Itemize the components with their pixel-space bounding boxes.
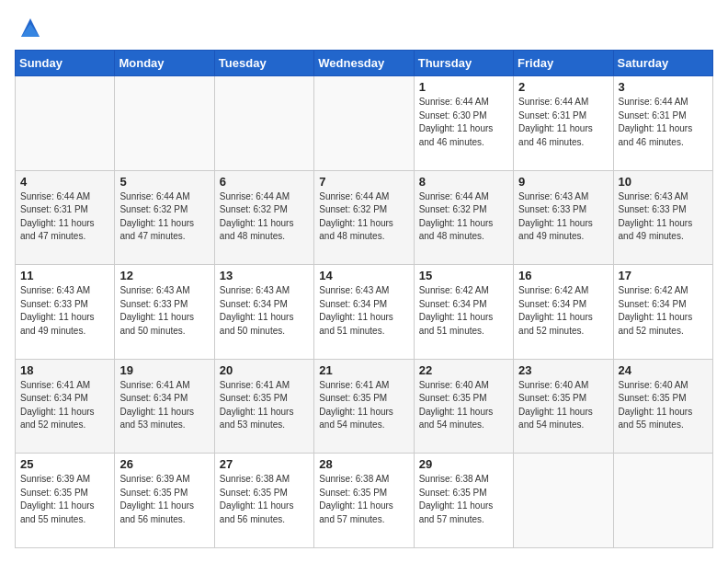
- day-info: Sunrise: 6:44 AMSunset: 6:30 PMDaylight:…: [419, 96, 508, 149]
- day-info: Sunrise: 6:44 AMSunset: 6:32 PMDaylight:…: [220, 190, 309, 244]
- calendar-week-row: 25Sunrise: 6:39 AMSunset: 6:35 PMDayligh…: [16, 454, 713, 548]
- day-info: Sunrise: 6:43 AMSunset: 6:34 PMDaylight:…: [319, 284, 408, 338]
- calendar-week-row: 11Sunrise: 6:43 AMSunset: 6:33 PMDayligh…: [16, 265, 713, 360]
- day-info: Sunrise: 6:44 AMSunset: 6:31 PMDaylight:…: [518, 96, 608, 149]
- calendar-week-row: 18Sunrise: 6:41 AMSunset: 6:34 PMDayligh…: [16, 359, 713, 454]
- calendar-cell: 16Sunrise: 6:42 AMSunset: 6:34 PMDayligh…: [514, 265, 613, 360]
- calendar-cell: [314, 76, 414, 171]
- day-info: Sunrise: 6:39 AMSunset: 6:35 PMDaylight:…: [119, 473, 209, 526]
- day-number: 8: [419, 175, 508, 189]
- day-number: 4: [20, 175, 109, 189]
- calendar-header-row: SundayMondayTuesdayWednesdayThursdayFrid…: [16, 51, 713, 76]
- day-info: Sunrise: 6:40 AMSunset: 6:35 PMDaylight:…: [518, 379, 608, 432]
- logo: [15, 15, 43, 40]
- calendar-cell: 1Sunrise: 6:44 AMSunset: 6:30 PMDaylight…: [414, 76, 513, 171]
- day-number: 13: [220, 269, 309, 282]
- calendar-cell: 6Sunrise: 6:44 AMSunset: 6:32 PMDaylight…: [214, 170, 313, 265]
- calendar-header-sunday: Sunday: [16, 51, 115, 76]
- day-info: Sunrise: 6:40 AMSunset: 6:35 PMDaylight:…: [419, 379, 508, 432]
- day-info: Sunrise: 6:44 AMSunset: 6:31 PMDaylight:…: [20, 190, 109, 244]
- calendar-header-wednesday: Wednesday: [314, 51, 414, 76]
- calendar-cell: 26Sunrise: 6:39 AMSunset: 6:35 PMDayligh…: [115, 454, 214, 548]
- calendar-cell: 22Sunrise: 6:40 AMSunset: 6:35 PMDayligh…: [414, 359, 513, 454]
- calendar-header-monday: Monday: [115, 51, 214, 76]
- day-info: Sunrise: 6:42 AMSunset: 6:34 PMDaylight:…: [419, 284, 508, 338]
- day-number: 15: [419, 269, 508, 282]
- day-info: Sunrise: 6:38 AMSunset: 6:35 PMDaylight:…: [419, 473, 508, 526]
- page-header: [15, 15, 713, 40]
- svg-marker-1: [21, 24, 40, 37]
- calendar-cell: 19Sunrise: 6:41 AMSunset: 6:34 PMDayligh…: [115, 359, 214, 454]
- day-number: 22: [419, 363, 508, 377]
- calendar-cell: [613, 454, 712, 548]
- calendar-cell: 28Sunrise: 6:38 AMSunset: 6:35 PMDayligh…: [314, 454, 414, 548]
- day-info: Sunrise: 6:41 AMSunset: 6:34 PMDaylight:…: [20, 379, 109, 432]
- calendar-cell: 9Sunrise: 6:43 AMSunset: 6:33 PMDaylight…: [514, 170, 613, 265]
- day-number: 29: [419, 457, 508, 471]
- calendar-cell: 14Sunrise: 6:43 AMSunset: 6:34 PMDayligh…: [314, 265, 414, 360]
- calendar-cell: 29Sunrise: 6:38 AMSunset: 6:35 PMDayligh…: [414, 454, 513, 548]
- calendar-cell: 4Sunrise: 6:44 AMSunset: 6:31 PMDaylight…: [16, 170, 115, 265]
- calendar-cell: 10Sunrise: 6:43 AMSunset: 6:33 PMDayligh…: [613, 170, 712, 265]
- calendar-cell: 3Sunrise: 6:44 AMSunset: 6:31 PMDaylight…: [613, 76, 712, 171]
- calendar-cell: [16, 76, 115, 171]
- day-number: 11: [20, 269, 109, 282]
- day-number: 28: [319, 457, 408, 471]
- calendar-header-thursday: Thursday: [414, 51, 513, 76]
- day-number: 9: [518, 175, 608, 189]
- day-number: 14: [319, 269, 408, 282]
- calendar-cell: 18Sunrise: 6:41 AMSunset: 6:34 PMDayligh…: [16, 359, 115, 454]
- day-number: 23: [518, 363, 608, 377]
- day-info: Sunrise: 6:44 AMSunset: 6:31 PMDaylight:…: [619, 96, 708, 149]
- day-number: 5: [119, 175, 209, 189]
- calendar-cell: 8Sunrise: 6:44 AMSunset: 6:32 PMDaylight…: [414, 170, 513, 265]
- calendar-cell: 23Sunrise: 6:40 AMSunset: 6:35 PMDayligh…: [514, 359, 613, 454]
- calendar-cell: 24Sunrise: 6:40 AMSunset: 6:35 PMDayligh…: [613, 359, 712, 454]
- calendar-cell: 20Sunrise: 6:41 AMSunset: 6:35 PMDayligh…: [214, 359, 313, 454]
- day-info: Sunrise: 6:39 AMSunset: 6:35 PMDaylight:…: [20, 473, 109, 526]
- day-info: Sunrise: 6:42 AMSunset: 6:34 PMDaylight:…: [619, 284, 708, 338]
- day-info: Sunrise: 6:43 AMSunset: 6:33 PMDaylight:…: [119, 284, 209, 338]
- calendar-cell: 5Sunrise: 6:44 AMSunset: 6:32 PMDaylight…: [115, 170, 214, 265]
- day-number: 6: [220, 175, 309, 189]
- day-info: Sunrise: 6:38 AMSunset: 6:35 PMDaylight:…: [220, 473, 309, 526]
- calendar-header-saturday: Saturday: [613, 51, 712, 76]
- day-info: Sunrise: 6:41 AMSunset: 6:34 PMDaylight:…: [119, 379, 209, 432]
- calendar-cell: 13Sunrise: 6:43 AMSunset: 6:34 PMDayligh…: [214, 265, 313, 360]
- day-info: Sunrise: 6:44 AMSunset: 6:32 PMDaylight:…: [119, 190, 209, 244]
- day-number: 24: [619, 363, 708, 377]
- calendar-cell: 21Sunrise: 6:41 AMSunset: 6:35 PMDayligh…: [314, 359, 414, 454]
- calendar-cell: 15Sunrise: 6:42 AMSunset: 6:34 PMDayligh…: [414, 265, 513, 360]
- day-number: 12: [119, 269, 209, 282]
- day-number: 10: [619, 175, 708, 189]
- logo-icon: [17, 15, 43, 40]
- day-info: Sunrise: 6:38 AMSunset: 6:35 PMDaylight:…: [319, 473, 408, 526]
- day-number: 7: [319, 175, 408, 189]
- day-info: Sunrise: 6:41 AMSunset: 6:35 PMDaylight:…: [220, 379, 309, 432]
- calendar-cell: 12Sunrise: 6:43 AMSunset: 6:33 PMDayligh…: [115, 265, 214, 360]
- day-number: 21: [319, 363, 408, 377]
- calendar-cell: 11Sunrise: 6:43 AMSunset: 6:33 PMDayligh…: [16, 265, 115, 360]
- day-info: Sunrise: 6:43 AMSunset: 6:33 PMDaylight:…: [20, 284, 109, 338]
- day-number: 18: [20, 363, 109, 377]
- calendar-header-tuesday: Tuesday: [214, 51, 313, 76]
- calendar-cell: 2Sunrise: 6:44 AMSunset: 6:31 PMDaylight…: [514, 76, 613, 171]
- day-info: Sunrise: 6:44 AMSunset: 6:32 PMDaylight:…: [419, 190, 508, 244]
- calendar-cell: 27Sunrise: 6:38 AMSunset: 6:35 PMDayligh…: [214, 454, 313, 548]
- day-number: 19: [119, 363, 209, 377]
- day-number: 3: [619, 80, 708, 94]
- calendar-cell: [214, 76, 313, 171]
- day-info: Sunrise: 6:43 AMSunset: 6:33 PMDaylight:…: [619, 190, 708, 244]
- calendar-cell: 17Sunrise: 6:42 AMSunset: 6:34 PMDayligh…: [613, 265, 712, 360]
- day-info: Sunrise: 6:43 AMSunset: 6:33 PMDaylight:…: [518, 190, 608, 244]
- day-number: 17: [619, 269, 708, 282]
- calendar-header-friday: Friday: [514, 51, 613, 76]
- day-number: 20: [220, 363, 309, 377]
- day-number: 27: [220, 457, 309, 471]
- calendar-cell: 7Sunrise: 6:44 AMSunset: 6:32 PMDaylight…: [314, 170, 414, 265]
- day-info: Sunrise: 6:43 AMSunset: 6:34 PMDaylight:…: [220, 284, 309, 338]
- day-info: Sunrise: 6:42 AMSunset: 6:34 PMDaylight:…: [518, 284, 608, 338]
- calendar-table: SundayMondayTuesdayWednesdayThursdayFrid…: [15, 50, 713, 548]
- day-number: 1: [419, 80, 508, 94]
- day-info: Sunrise: 6:41 AMSunset: 6:35 PMDaylight:…: [319, 379, 408, 432]
